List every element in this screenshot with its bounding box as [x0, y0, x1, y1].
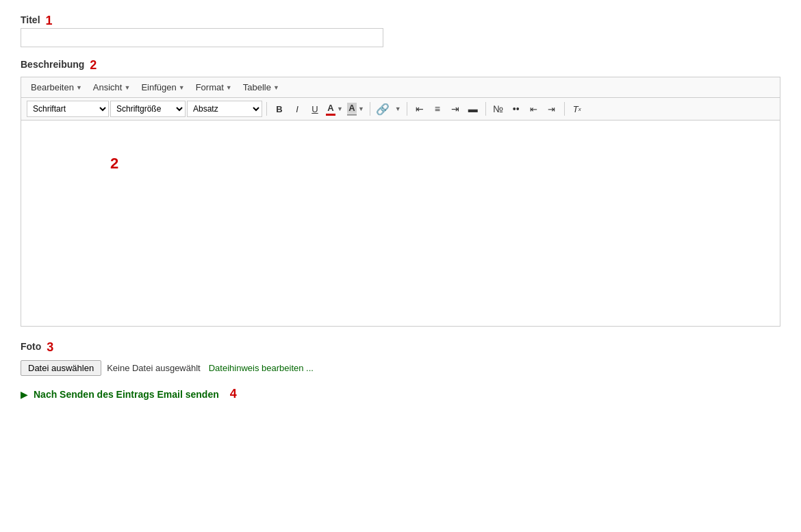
- format-arrow: ▼: [226, 84, 232, 91]
- editor-toolbar: Schriftart Schriftgröße Absatz B I U A: [21, 98, 780, 121]
- no-file-text: Keine Datei ausgewählt: [107, 363, 201, 373]
- editor-content[interactable]: 2: [21, 121, 780, 326]
- toolbar-sep-3: [407, 102, 407, 116]
- tabelle-arrow: ▼: [273, 84, 279, 91]
- toolbar-sep-4: [485, 102, 486, 116]
- font-color-button[interactable]: A ▼: [325, 101, 344, 117]
- email-section: ▶ Nach Senden des Eintrags Email senden …: [21, 387, 780, 401]
- font-color-bar: [326, 114, 335, 116]
- menu-bearbeiten[interactable]: Bearbeiten ▼: [27, 80, 86, 94]
- beschreibung-section: Beschreibung 2 Bearbeiten ▼ Ansicht ▼ Ei…: [21, 58, 780, 327]
- outdent-button[interactable]: ⇤: [526, 101, 542, 117]
- paragraph-select[interactable]: Absatz: [187, 101, 262, 117]
- title-field-number: 1: [46, 14, 53, 28]
- link-dropdown[interactable]: ▼: [392, 101, 403, 117]
- menu-einfuegen[interactable]: Einfügen ▼: [137, 80, 188, 94]
- foto-controls: Datei auswählen Keine Datei ausgewählt D…: [21, 360, 780, 376]
- italic-button[interactable]: I: [289, 101, 305, 117]
- foto-field-number: 3: [47, 340, 53, 355]
- editor-placeholder-number: 2: [110, 155, 118, 173]
- highlight-color-button[interactable]: A ▼: [346, 101, 366, 117]
- collapse-arrow-icon[interactable]: ▶: [21, 389, 28, 400]
- font-family-select[interactable]: Schriftart: [27, 101, 109, 117]
- highlight-a-icon: A: [347, 103, 356, 113]
- toolbar-sep-1: [266, 102, 267, 116]
- clear-format-button[interactable]: Tx: [569, 101, 585, 117]
- font-size-select[interactable]: Schriftgröße: [110, 101, 186, 117]
- beschreibung-label: Beschreibung: [21, 59, 84, 70]
- link-button[interactable]: 🔗: [374, 101, 391, 117]
- indent-button[interactable]: ⇥: [544, 101, 560, 117]
- align-justify-button[interactable]: ▬: [465, 101, 481, 117]
- toolbar-sep-5: [564, 102, 565, 116]
- highlight-color-bar: [347, 114, 357, 116]
- title-label: Titel: [21, 14, 40, 25]
- title-input[interactable]: [21, 28, 383, 47]
- bold-button[interactable]: B: [271, 101, 288, 117]
- beschreibung-field-number: 2: [90, 58, 97, 73]
- align-left-button[interactable]: ⇤: [411, 101, 428, 117]
- einfuegen-arrow: ▼: [179, 84, 185, 91]
- email-field-number: 4: [230, 387, 237, 401]
- editor-menubar: Bearbeiten ▼ Ansicht ▼ Einfügen ▼ Format…: [21, 77, 780, 98]
- file-choose-button[interactable]: Datei auswählen: [21, 360, 101, 376]
- bearbeiten-arrow: ▼: [76, 84, 82, 91]
- menu-tabelle[interactable]: Tabelle ▼: [239, 80, 283, 94]
- font-color-a-icon: A: [327, 103, 333, 113]
- ordered-list-button[interactable]: №: [490, 101, 507, 117]
- toolbar-sep-2: [370, 102, 370, 116]
- title-section: Titel 1: [21, 14, 780, 47]
- link-arrow: ▼: [395, 105, 401, 112]
- dateihinweis-link[interactable]: Dateihinweis bearbeiten ...: [209, 363, 314, 373]
- email-label[interactable]: Nach Senden des Eintrags Email senden: [34, 389, 219, 400]
- align-center-button[interactable]: ≡: [429, 101, 446, 117]
- align-right-button[interactable]: ⇥: [447, 101, 463, 117]
- foto-label: Foto: [21, 341, 41, 352]
- ansicht-arrow: ▼: [124, 84, 130, 91]
- editor-wrapper: Bearbeiten ▼ Ansicht ▼ Einfügen ▼ Format…: [21, 77, 780, 327]
- unordered-list-button[interactable]: ••: [508, 101, 524, 117]
- highlight-arrow: ▼: [358, 105, 364, 112]
- menu-format[interactable]: Format ▼: [192, 80, 236, 94]
- font-color-arrow: ▼: [337, 105, 343, 112]
- foto-section: Foto 3 Datei auswählen Keine Datei ausge…: [21, 340, 780, 376]
- underline-button[interactable]: U: [307, 101, 323, 117]
- menu-ansicht[interactable]: Ansicht ▼: [89, 80, 135, 94]
